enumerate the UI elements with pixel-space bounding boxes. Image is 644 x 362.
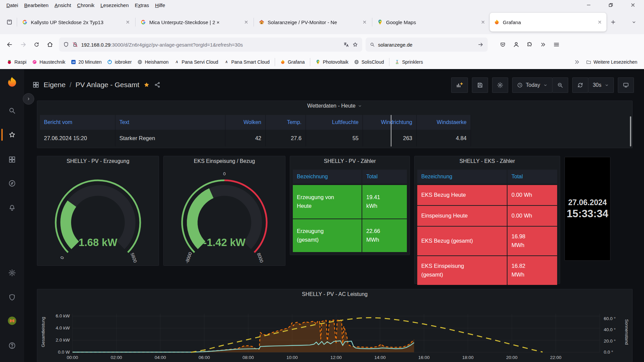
page-title[interactable]: PV Anlage - Gesamt: [75, 81, 139, 89]
extensions-button[interactable]: [523, 38, 536, 51]
zoom-out-time-button[interactable]: [552, 77, 568, 93]
bookmark-grafana[interactable]: Grafana: [277, 58, 308, 66]
column-resize-indicator: [391, 115, 391, 146]
sidebar-server-admin[interactable]: [0, 290, 24, 305]
pv-meter-title[interactable]: SHELLY - PV - Zähler: [290, 158, 410, 164]
bookmark-pana-servi-cloud[interactable]: APana Servi Cloud: [171, 58, 221, 66]
ac-power-chart-panel: SHELLY - PV - AC Leistung Gesamtleistung…: [37, 289, 633, 362]
insecure-lock-icon[interactable]: [72, 42, 78, 48]
bookmark-heishamon[interactable]: Heishamon: [135, 58, 171, 66]
go-arrow-icon[interactable]: [478, 42, 484, 48]
close-tab-icon[interactable]: [479, 18, 487, 26]
panel-scrollbar-thumb[interactable]: [630, 116, 631, 146]
save-dashboard-button[interactable]: [472, 77, 488, 93]
tab-solaranzeige-pv-monitor-ne[interactable]: Solaranzeige / PV-Monitor - Ne: [255, 13, 371, 32]
weather-panel-title[interactable]: Wetterdaten - Heute: [37, 103, 632, 109]
menu-item-lesezeichen[interactable]: Lesezeichen: [98, 1, 132, 9]
gauge-eks-title[interactable]: EKS Einspeisung / Bezug: [164, 158, 285, 164]
weather-column-text[interactable]: Text: [115, 115, 225, 130]
tab-grafana[interactable]: Grafana: [490, 13, 606, 32]
bookmark-haustechnik[interactable]: Haustechnik: [29, 58, 68, 66]
reload-button[interactable]: [30, 38, 43, 51]
weather-column-temp[interactable]: Temp.: [266, 115, 306, 130]
list-all-tabs-button[interactable]: [627, 15, 641, 29]
sidebar-explore[interactable]: [0, 176, 24, 191]
sidebar-starred[interactable]: [0, 127, 24, 142]
bookmark-sprinklers[interactable]: Sprinklers: [392, 58, 426, 66]
bookmarks-overflow-icon[interactable]: [574, 59, 580, 65]
refresh-dashboard-button[interactable]: [572, 77, 588, 93]
time-range-picker[interactable]: Today: [512, 77, 553, 93]
menu-item-ansicht[interactable]: Ansicht: [52, 1, 74, 9]
firefox-view-button[interactable]: [3, 15, 16, 29]
weather-column-windstaerke[interactable]: Windstaerke: [417, 115, 471, 130]
meter-column-total[interactable]: Total: [362, 170, 407, 184]
bookmark-soliscloud[interactable]: SolisCloud: [351, 58, 387, 66]
refresh-interval-picker[interactable]: 30s: [588, 77, 614, 93]
search-input-value[interactable]: solaranzege.de: [378, 42, 475, 48]
sidebar-help[interactable]: [0, 338, 24, 353]
tab-google-maps[interactable]: Google Maps: [373, 13, 490, 32]
close-tab-icon[interactable]: [124, 18, 132, 26]
meter-column-bezeichnung[interactable]: Bezeichnung: [417, 170, 507, 184]
pocket-button[interactable]: [496, 38, 509, 51]
share-icon[interactable]: [154, 81, 161, 88]
favorite-star-icon[interactable]: [143, 81, 150, 88]
translate-icon[interactable]: [343, 42, 349, 48]
tracking-shield-icon[interactable]: [63, 42, 69, 48]
new-tab-button[interactable]: [606, 15, 620, 29]
weather-column-wolken[interactable]: Wolken: [225, 115, 266, 130]
gauge-pv-title[interactable]: SHELLY - PV - Erzeugung: [37, 158, 159, 164]
menu-item-hilfe[interactable]: Hilfe: [152, 1, 168, 9]
bookmark-20-minuten[interactable]: 2020 Minuten: [68, 58, 104, 66]
close-tab-icon[interactable]: [242, 18, 250, 26]
url-text: 192.168.0.29:3000/d/Zn6r4gigz/pv-anlage-…: [81, 42, 340, 48]
sidebar-expand-button[interactable]: [23, 93, 34, 105]
eks-meter-title[interactable]: SHELLY - EKS - Zähler: [415, 158, 560, 164]
bookmark-star-icon[interactable]: [352, 42, 358, 48]
back-button[interactable]: [3, 38, 16, 51]
meter-column-total[interactable]: Total: [507, 170, 557, 184]
add-panel-button[interactable]: [451, 77, 468, 93]
url-bar[interactable]: 192.168.0.29:3000/d/Zn6r4gigz/pv-anlage-…: [59, 38, 362, 52]
ac-power-chart[interactable]: 00:0002:0004:0006:0008:0010:0012:0014:00…: [37, 289, 632, 362]
tab-mica-unterputz-steckdose-2[interactable]: Mica Unterputz-Steckdose | 2 ×: [136, 13, 253, 32]
home-button[interactable]: [44, 38, 56, 51]
sidebar-grafana-logo[interactable]: [0, 75, 24, 89]
search-bar[interactable]: solaranzege.de: [366, 38, 488, 52]
close-tab-icon[interactable]: [361, 18, 369, 26]
app-menu-button[interactable]: [550, 38, 563, 51]
window-close-button[interactable]: [622, 0, 644, 10]
panel-menu-caret-icon[interactable]: [358, 104, 362, 108]
menu-item-datei[interactable]: Datei: [3, 1, 21, 9]
sidebar-user-profile[interactable]: [0, 313, 24, 328]
bookmark-raspi[interactable]: Raspi: [4, 58, 29, 66]
sidebar-alerting[interactable]: [0, 200, 24, 215]
sidebar-dashboards[interactable]: [0, 152, 24, 167]
tab-separator: [254, 18, 254, 26]
toolbar-overflow-button[interactable]: [537, 38, 549, 51]
meter-row-value: 0.00 Wh: [507, 206, 557, 226]
meter-column-bezeichnung[interactable]: Bezeichnung: [293, 170, 362, 184]
window-minimize-button[interactable]: [578, 0, 600, 10]
sidebar-configuration[interactable]: [0, 265, 24, 280]
window-restore-button[interactable]: [600, 0, 622, 10]
forward-button[interactable]: [17, 38, 30, 51]
menu-item-extras[interactable]: Extras: [132, 1, 152, 9]
breadcrumb-folder[interactable]: Eigene: [44, 81, 65, 89]
close-tab-icon[interactable]: [596, 18, 604, 26]
menu-item-bearbeiten[interactable]: Bearbeiten: [21, 1, 52, 9]
bookmark-photovoltaik[interactable]: Photovoltaik: [313, 58, 351, 66]
menu-item-chronik[interactable]: Chronik: [74, 1, 98, 9]
weather-column-bericht-vom[interactable]: Bericht vom: [40, 115, 115, 130]
dashboard-settings-button[interactable]: [492, 77, 508, 93]
weather-column-windrichtung[interactable]: Windrichtung: [363, 115, 417, 130]
account-button[interactable]: [510, 38, 523, 51]
bookmark-pana-smart-cloud[interactable]: APana Smart Cloud: [221, 58, 272, 66]
kiosk-mode-button[interactable]: [618, 77, 634, 93]
more-bookmarks-folder[interactable]: Weitere Lesezeichen: [583, 58, 640, 66]
tab-kallysto-up-steckdose-2x-typ13[interactable]: Kallysto UP Steckdose 2x Typ13: [18, 13, 135, 32]
weather-column-luftfeuchte[interactable]: Luftfeuchte: [306, 115, 363, 130]
sidebar-search[interactable]: [0, 103, 24, 118]
bookmark-iobroker[interactable]: iobroker: [104, 58, 135, 66]
